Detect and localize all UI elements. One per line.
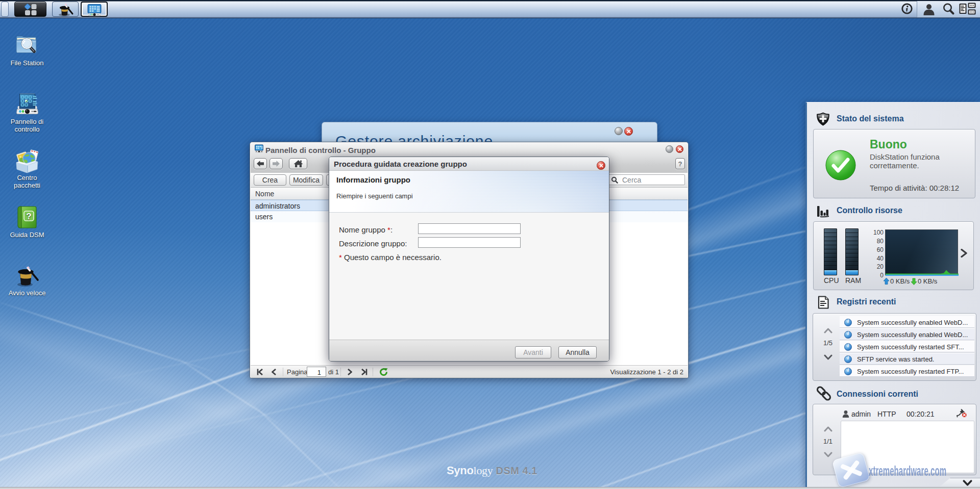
svg-text:?: ?: [26, 212, 31, 221]
